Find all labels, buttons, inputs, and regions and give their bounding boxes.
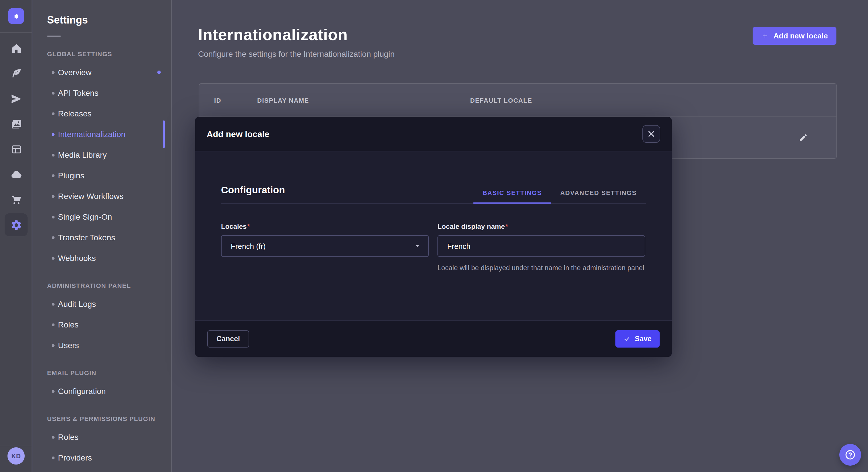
section-users-permissions-plugin: USERS & PERMISSIONS PLUGIN Roles Provide… [33,415,171,468]
chevron-down-icon [413,242,422,250]
rail-divider [0,32,32,33]
locales-label: Locales* [221,223,429,231]
bullet-dot [52,154,55,157]
tab-basic-settings[interactable]: BASIC SETTINGS [473,189,551,203]
bullet-dot [52,195,55,198]
display-name-input[interactable]: French [437,235,645,257]
sidebar-item-media-library[interactable]: Media Library [33,144,171,165]
add-locale-modal: Add new locale Configuration BASIC SETTI… [195,117,672,357]
section-administration-panel: ADMINISTRATION PANEL Audit Logs Roles Us… [33,282,171,356]
sidebar-item-transfer-tokens[interactable]: Transfer Tokens [33,227,171,248]
display-name-hint: Locale will be displayed under that name… [437,263,645,273]
sidebar-item-webhooks[interactable]: Webhooks [33,248,171,268]
column-header-id: ID [214,97,257,103]
sidebar-item-roles[interactable]: Roles [33,314,171,335]
sidebar-item-up-roles[interactable]: Roles [33,427,171,447]
bullet-dot [52,133,55,136]
configuration-heading: Configuration [221,185,285,203]
section-label: EMAIL PLUGIN [47,369,171,376]
locales-field: Locales* French (fr) [221,223,429,273]
bullet-dot [52,92,55,95]
locales-select[interactable]: French (fr) [221,235,429,257]
settings-sidebar: Settings GLOBAL SETTINGS Overview API To… [33,0,172,472]
cancel-button[interactable]: Cancel [207,330,249,347]
feather-icon [10,67,22,79]
modal-footer: Cancel Save [195,320,672,357]
nav-content-builder-button[interactable] [5,62,28,85]
bullet-dot [52,71,55,74]
sidebar-title: Settings [47,14,171,26]
home-icon [10,42,22,54]
layout-icon [10,143,22,155]
bullet-dot [52,257,55,260]
nav-marketplace-button[interactable] [5,188,28,211]
help-button[interactable] [839,444,861,466]
modal-header: Add new locale [195,117,672,151]
notification-dot [157,71,161,74]
question-icon [844,448,857,461]
page-title: Internationalization [198,26,395,44]
bullet-dot [52,324,55,326]
section-label: GLOBAL SETTINGS [47,50,171,57]
edit-locale-button[interactable] [794,129,812,147]
nav-cloud-button[interactable] [5,163,28,186]
check-icon [623,335,630,342]
modal-close-button[interactable] [642,125,660,143]
media-library-icon [10,118,22,130]
display-name-label: Locale display name* [437,223,645,231]
user-avatar[interactable]: KD [7,447,25,465]
modal-body: Configuration BASIC SETTINGS ADVANCED SE… [195,151,672,320]
section-label: ADMINISTRATION PANEL [47,282,171,289]
sidebar-title-underline [47,36,61,37]
modal-title: Add new locale [207,129,269,139]
paper-plane-icon [10,93,22,105]
section-global-settings: GLOBAL SETTINGS Overview API Tokens Rele… [33,50,171,268]
sidebar-item-api-tokens[interactable]: API Tokens [33,82,171,103]
bullet-dot [52,174,55,177]
sidebar-item-releases[interactable]: Releases [33,103,171,124]
nav-deploy-button[interactable] [5,87,28,110]
locales-select-value: French (fr) [231,242,413,250]
bullet-dot [52,390,55,393]
bullet-dot [52,436,55,439]
nav-media-library-button[interactable] [5,112,28,135]
display-name-field: Locale display name* French Locale will … [437,223,645,273]
sidebar-item-single-sign-on[interactable]: Single Sign-On [33,206,171,227]
nav-home-button[interactable] [5,37,28,60]
display-name-input-value: French [447,242,638,250]
section-email-plugin: EMAIL PLUGIN Configuration [33,369,171,401]
sidebar-item-overview[interactable]: Overview [33,62,171,82]
bullet-dot [52,344,55,347]
nav-rail: KD [0,0,32,472]
nav-content-manager-button[interactable] [5,138,28,161]
sidebar-item-providers[interactable]: Providers [33,447,171,468]
required-asterisk: * [505,223,508,231]
save-button[interactable]: Save [615,330,660,347]
rail-bottom-divider [0,446,32,446]
table-header-row: ID DISPLAY NAME DEFAULT LOCALE [199,84,836,116]
page-subtitle: Configure the settings for the Internati… [198,49,395,59]
cloud-icon [10,168,22,180]
add-new-locale-button[interactable]: Add new locale [753,27,836,45]
sidebar-item-users[interactable]: Users [33,335,171,356]
column-header-default-locale: DEFAULT LOCALE [470,97,836,103]
section-label: USERS & PERMISSIONS PLUGIN [47,415,171,422]
bullet-dot [52,457,55,460]
column-header-display-name: DISPLAY NAME [257,97,470,103]
cart-icon [10,194,22,206]
sidebar-item-plugins[interactable]: Plugins [33,165,171,186]
tab-advanced-settings[interactable]: ADVANCED SETTINGS [551,189,646,203]
bullet-dot [52,303,55,306]
strapi-logo[interactable] [8,8,24,24]
plus-icon [762,32,769,40]
bullet-dot [52,112,55,115]
required-asterisk: * [247,223,250,231]
sidebar-item-internationalization[interactable]: Internationalization [33,124,171,144]
nav-settings-button[interactable] [5,213,28,236]
sidebar-item-review-workflows[interactable]: Review Workflows [33,186,171,206]
gear-icon [10,219,22,231]
sidebar-item-email-configuration[interactable]: Configuration [33,381,171,401]
sidebar-item-audit-logs[interactable]: Audit Logs [33,294,171,314]
strapi-logo-icon [12,12,20,20]
bullet-dot [52,216,55,218]
